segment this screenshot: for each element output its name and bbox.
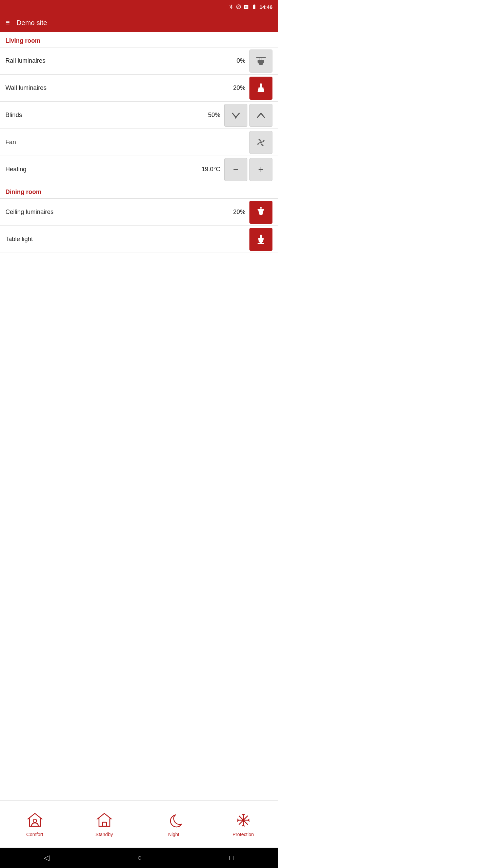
device-value-ceiling: 20% [233, 209, 245, 216]
blinds-down-button[interactable]: V [224, 104, 247, 127]
device-name-rail: Rail luminaires [5, 57, 237, 64]
wall-lamp-button[interactable] [249, 77, 272, 100]
controls-wall [249, 77, 272, 100]
plus-icon: + [258, 165, 264, 174]
svg-marker-12 [258, 210, 264, 215]
svg-marker-7 [258, 89, 264, 92]
status-icons: 14:46 [228, 4, 272, 10]
ceiling-lamp-button[interactable] [249, 201, 272, 224]
block-icon [236, 4, 241, 9]
device-row-fan: Fan [0, 129, 278, 156]
device-name-heating: Heating [5, 166, 202, 173]
svg-rect-3 [258, 60, 264, 63]
device-row-blinds: Blinds 50% V [0, 102, 278, 129]
device-row-rail-luminaires: Rail luminaires 0% [0, 47, 278, 75]
time-display: 14:46 [260, 4, 272, 10]
main-content: Living room Rail luminaires 0% Wall lumi… [0, 32, 278, 334]
svg-rect-10 [260, 207, 262, 209]
controls-rail [249, 50, 272, 73]
svg-marker-4 [258, 63, 264, 65]
heating-plus-button[interactable]: + [249, 158, 272, 181]
svg-rect-1 [260, 58, 260, 60]
svg-rect-6 [258, 87, 264, 89]
section-dining-room: Dining room [0, 183, 278, 199]
chevron-up-icon [255, 109, 267, 121]
device-name-fan: Fan [5, 139, 245, 146]
app-title: Demo site [17, 19, 47, 27]
svg-rect-16 [260, 242, 262, 243]
section-living-room: Living room [0, 32, 278, 47]
device-value-wall: 20% [233, 84, 245, 92]
rail-lamp-icon [255, 55, 267, 67]
table-lamp-button[interactable] [249, 228, 272, 251]
ceiling-lamp-icon [255, 206, 267, 218]
svg-marker-15 [258, 239, 264, 242]
device-name-wall: Wall luminaires [5, 84, 233, 92]
controls-table [249, 228, 272, 251]
sim-icon [243, 4, 249, 9]
svg-rect-0 [256, 57, 266, 58]
svg-rect-5 [260, 83, 262, 88]
menu-button[interactable]: ≡ [5, 18, 10, 27]
device-row-wall-luminaires: Wall luminaires 20% [0, 75, 278, 102]
heating-minus-button[interactable]: − [224, 158, 247, 181]
blinds-up-button[interactable] [249, 104, 272, 127]
bluetooth-icon [228, 4, 234, 9]
device-value-rail: 0% [237, 57, 245, 64]
battery-icon [251, 4, 258, 9]
controls-ceiling [249, 201, 272, 224]
minus-icon: − [233, 165, 239, 174]
device-row-ceiling-luminaires: Ceiling luminaires 20% [0, 199, 278, 226]
svg-rect-17 [258, 243, 264, 244]
status-bar: 14:46 [0, 0, 278, 14]
rail-lamp-button[interactable] [249, 50, 272, 73]
svg-point-9 [260, 141, 262, 143]
svg-rect-14 [258, 238, 264, 239]
chevron-down-icon: V [230, 109, 242, 121]
device-name-blinds: Blinds [5, 112, 208, 119]
app-header: ≡ Demo site [0, 14, 278, 32]
svg-rect-11 [258, 209, 264, 210]
table-lamp-icon [255, 233, 267, 245]
svg-rect-2 [262, 58, 262, 60]
device-row-table-light: Table light [0, 226, 278, 253]
device-name-ceiling: Ceiling luminaires [5, 209, 233, 216]
device-name-table: Table light [5, 236, 245, 243]
device-row-extra [0, 253, 278, 280]
device-value-heating: 19.0°C [202, 166, 220, 173]
fan-icon [255, 136, 267, 149]
controls-heating: − + [224, 158, 272, 181]
device-row-heating: Heating 19.0°C − + [0, 156, 278, 183]
device-value-blinds: 50% [208, 112, 220, 119]
wall-lamp-icon [255, 82, 267, 94]
svg-text:V: V [234, 114, 238, 120]
controls-fan [249, 131, 272, 154]
fan-button[interactable] [249, 131, 272, 154]
controls-blinds: V [224, 104, 272, 127]
